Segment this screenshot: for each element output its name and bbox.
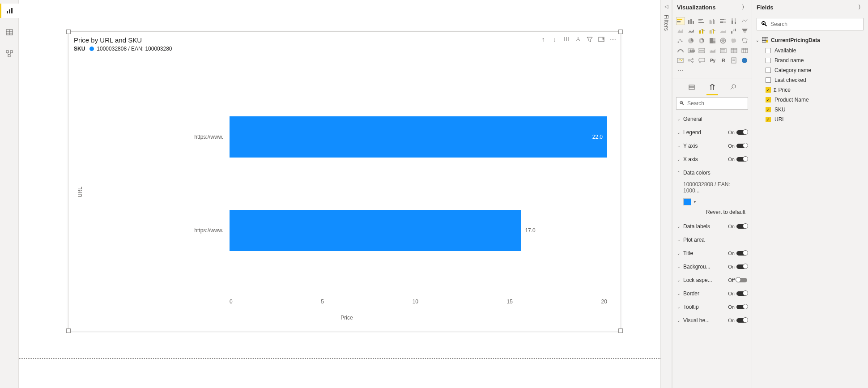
field-checkbox[interactable]: ✓ <box>766 117 771 122</box>
viz-r-script-icon[interactable]: R <box>719 56 728 64</box>
viz-donut-icon[interactable] <box>698 37 706 45</box>
field-checkbox[interactable] <box>766 48 771 53</box>
resize-handle-tr[interactable] <box>618 30 623 34</box>
viz-gauge-icon[interactable] <box>676 47 685 55</box>
toggle-x-axis[interactable]: On <box>728 157 747 162</box>
viz-multi-row-card-icon[interactable] <box>698 47 706 55</box>
section-data-colors[interactable]: ⌃Data colors <box>673 166 751 179</box>
viz-get-more-icon[interactable]: ⋯ <box>676 66 685 74</box>
viz-scatter-icon[interactable] <box>676 37 685 45</box>
section-border[interactable]: ⌄BorderOn <box>673 287 751 300</box>
drill-down-icon[interactable]: ↓ <box>551 35 559 43</box>
toggle-lock-aspect[interactable]: Off <box>728 277 747 283</box>
filter-icon[interactable] <box>586 35 594 43</box>
fields-tab[interactable] <box>687 82 697 93</box>
section-background[interactable]: ⌄Backgrou...On <box>673 260 751 273</box>
nav-report-view[interactable] <box>0 4 19 18</box>
fields-search[interactable]: 🔍︎ <box>757 18 864 30</box>
viz-card-icon[interactable]: 123 <box>687 47 696 55</box>
viz-line-stacked-column-icon[interactable] <box>698 27 706 35</box>
viz-qna-icon[interactable] <box>698 56 706 64</box>
field-checkbox[interactable] <box>766 58 771 63</box>
resize-handle-bl[interactable] <box>66 328 71 333</box>
toggle-tooltip[interactable]: On <box>728 304 747 310</box>
section-visual-header[interactable]: ⌄Visual he...On <box>673 314 751 327</box>
expand-filters-icon[interactable]: ◁ <box>664 4 668 9</box>
table-header[interactable]: ⌄ CurrentPricingData <box>756 35 864 46</box>
viz-treemap-icon[interactable] <box>708 37 717 45</box>
bar[interactable]: 22.0 <box>230 116 607 158</box>
collapse-pane-icon[interactable]: 〉 <box>858 4 864 11</box>
bar[interactable] <box>230 210 521 251</box>
field-row[interactable]: ✓SKU <box>756 105 864 115</box>
section-plot-area[interactable]: ⌄Plot area <box>673 233 751 247</box>
format-tab[interactable] <box>707 82 717 93</box>
toggle-background[interactable]: On <box>728 264 747 269</box>
more-options-icon[interactable]: ⋯ <box>609 35 617 43</box>
viz-funnel-icon[interactable] <box>740 27 749 35</box>
toggle-legend[interactable]: On <box>728 130 747 135</box>
field-row[interactable]: ✓ΣPrice <box>756 85 864 95</box>
section-title[interactable]: ⌄TitleOn <box>673 247 751 260</box>
field-row[interactable]: ✓Product Name <box>756 95 864 105</box>
format-search[interactable]: 🔍︎ <box>676 97 748 110</box>
visual-container[interactable]: ↑ ↓ ⋯ Price by URL and SKU SKU 100003280… <box>68 31 621 331</box>
viz-stacked-bar-icon[interactable] <box>676 17 685 25</box>
viz-slicer-icon[interactable] <box>719 47 728 55</box>
viz-line-clustered-column-icon[interactable] <box>708 27 717 35</box>
data-color-swatch[interactable]: ▼ <box>683 198 751 205</box>
viz-waterfall-icon[interactable] <box>730 27 739 35</box>
field-row[interactable]: ✓URL <box>756 115 864 124</box>
viz-ribbon-icon[interactable] <box>719 27 728 35</box>
field-row[interactable]: Available <box>756 46 864 55</box>
section-x-axis[interactable]: ⌄X axisOn <box>673 153 751 166</box>
viz-clustered-column-icon[interactable] <box>708 17 717 25</box>
collapse-pane-icon[interactable]: 〉 <box>742 4 747 11</box>
viz-paginated-icon[interactable] <box>730 56 739 64</box>
format-search-input[interactable] <box>687 100 754 107</box>
viz-kpi-icon[interactable] <box>708 47 717 55</box>
section-y-axis[interactable]: ⌄Y axisOn <box>673 139 751 153</box>
focus-mode-icon[interactable] <box>597 35 605 43</box>
viz-100-stacked-bar-icon[interactable] <box>719 17 728 25</box>
viz-area-icon[interactable] <box>676 27 685 35</box>
viz-python-icon[interactable]: Py <box>708 56 717 64</box>
field-checkbox[interactable]: ✓ <box>766 87 771 93</box>
toggle-data-labels[interactable]: On <box>728 224 747 229</box>
toggle-title[interactable]: On <box>728 251 747 256</box>
fields-pane-header[interactable]: Fields 〉 <box>752 0 868 14</box>
viz-clustered-bar-icon[interactable] <box>698 17 706 25</box>
drill-up-icon[interactable]: ↑ <box>539 35 547 43</box>
filters-pane-collapsed[interactable]: ◁ Filters <box>660 0 672 388</box>
toggle-y-axis[interactable]: On <box>728 143 747 149</box>
field-row[interactable]: Brand name <box>756 55 864 65</box>
field-row[interactable]: Last checked <box>756 75 864 85</box>
report-canvas[interactable]: ↑ ↓ ⋯ Price by URL and SKU SKU 100003280… <box>19 0 660 388</box>
revert-to-default-link[interactable]: Revert to default <box>673 205 751 220</box>
viz-shape-map-icon[interactable] <box>740 37 749 45</box>
viz-matrix-icon[interactable] <box>740 47 749 55</box>
viz-filled-map-icon[interactable] <box>730 37 739 45</box>
fields-search-input[interactable] <box>770 21 859 27</box>
field-checkbox[interactable]: ✓ <box>766 107 771 112</box>
nav-model-view[interactable] <box>0 47 19 61</box>
resize-handle-tl[interactable] <box>66 30 71 34</box>
viz-pie-icon[interactable] <box>687 37 696 45</box>
viz-arcgis-icon[interactable] <box>740 56 749 64</box>
viz-table-icon[interactable] <box>730 47 739 55</box>
field-checkbox[interactable] <box>766 68 771 73</box>
color-box[interactable] <box>683 198 691 205</box>
section-lock-aspect[interactable]: ⌄Lock aspe...Off <box>673 273 751 287</box>
section-general[interactable]: ⌄General <box>673 112 751 126</box>
visualizations-pane-header[interactable]: Visualizations 〉 <box>672 0 752 14</box>
section-legend[interactable]: ⌄LegendOn <box>673 126 751 139</box>
section-tooltip[interactable]: ⌄TooltipOn <box>673 300 751 314</box>
nav-data-view[interactable] <box>0 25 19 39</box>
viz-map-icon[interactable] <box>719 37 728 45</box>
viz-key-influencers-icon[interactable] <box>676 56 685 64</box>
viz-stacked-area-icon[interactable] <box>687 27 696 35</box>
viz-100-stacked-column-icon[interactable] <box>730 17 739 25</box>
viz-line-icon[interactable] <box>740 17 749 25</box>
analytics-tab[interactable] <box>728 82 738 93</box>
viz-decomposition-tree-icon[interactable] <box>687 56 696 64</box>
